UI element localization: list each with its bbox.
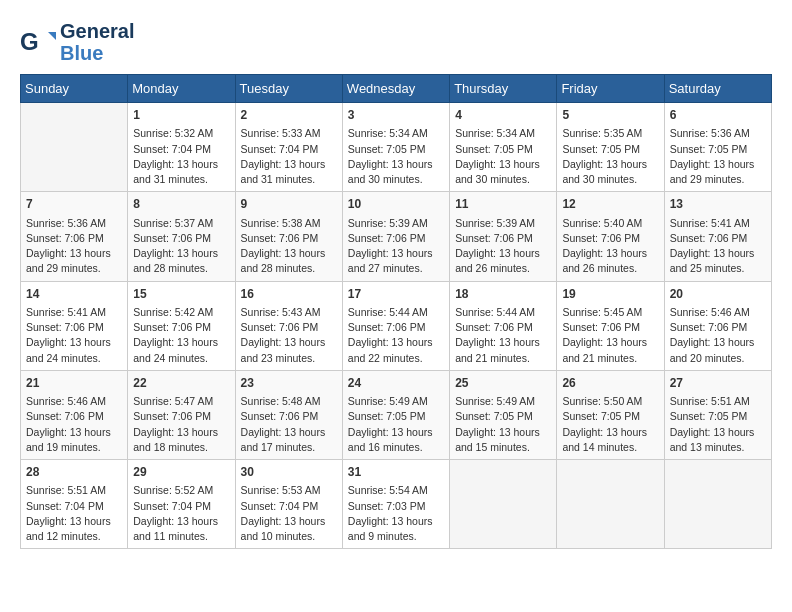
day-number: 28 (26, 464, 122, 481)
calendar-cell: 14Sunrise: 5:41 AM Sunset: 7:06 PM Dayli… (21, 281, 128, 370)
calendar-cell: 26Sunrise: 5:50 AM Sunset: 7:05 PM Dayli… (557, 370, 664, 459)
day-number: 14 (26, 286, 122, 303)
day-number: 17 (348, 286, 444, 303)
day-number: 21 (26, 375, 122, 392)
logo-line1: General (60, 20, 134, 42)
calendar-cell: 16Sunrise: 5:43 AM Sunset: 7:06 PM Dayli… (235, 281, 342, 370)
calendar-cell (21, 103, 128, 192)
calendar-cell: 25Sunrise: 5:49 AM Sunset: 7:05 PM Dayli… (450, 370, 557, 459)
day-content: Sunrise: 5:53 AM Sunset: 7:04 PM Dayligh… (241, 483, 337, 544)
calendar-cell: 10Sunrise: 5:39 AM Sunset: 7:06 PM Dayli… (342, 192, 449, 281)
day-content: Sunrise: 5:39 AM Sunset: 7:06 PM Dayligh… (348, 216, 444, 277)
day-content: Sunrise: 5:38 AM Sunset: 7:06 PM Dayligh… (241, 216, 337, 277)
calendar-cell: 1Sunrise: 5:32 AM Sunset: 7:04 PM Daylig… (128, 103, 235, 192)
day-content: Sunrise: 5:49 AM Sunset: 7:05 PM Dayligh… (455, 394, 551, 455)
header-cell-sunday: Sunday (21, 75, 128, 103)
week-row-5: 28Sunrise: 5:51 AM Sunset: 7:04 PM Dayli… (21, 460, 772, 549)
day-content: Sunrise: 5:51 AM Sunset: 7:04 PM Dayligh… (26, 483, 122, 544)
day-content: Sunrise: 5:34 AM Sunset: 7:05 PM Dayligh… (348, 126, 444, 187)
day-content: Sunrise: 5:37 AM Sunset: 7:06 PM Dayligh… (133, 216, 229, 277)
day-number: 20 (670, 286, 766, 303)
day-number: 11 (455, 196, 551, 213)
day-content: Sunrise: 5:36 AM Sunset: 7:06 PM Dayligh… (26, 216, 122, 277)
day-content: Sunrise: 5:41 AM Sunset: 7:06 PM Dayligh… (26, 305, 122, 366)
day-number: 7 (26, 196, 122, 213)
calendar-cell: 21Sunrise: 5:46 AM Sunset: 7:06 PM Dayli… (21, 370, 128, 459)
day-content: Sunrise: 5:36 AM Sunset: 7:05 PM Dayligh… (670, 126, 766, 187)
page-header: G General Blue (20, 20, 772, 64)
calendar-cell: 2Sunrise: 5:33 AM Sunset: 7:04 PM Daylig… (235, 103, 342, 192)
day-content: Sunrise: 5:41 AM Sunset: 7:06 PM Dayligh… (670, 216, 766, 277)
day-number: 26 (562, 375, 658, 392)
day-content: Sunrise: 5:47 AM Sunset: 7:06 PM Dayligh… (133, 394, 229, 455)
calendar-cell: 11Sunrise: 5:39 AM Sunset: 7:06 PM Dayli… (450, 192, 557, 281)
calendar-cell: 24Sunrise: 5:49 AM Sunset: 7:05 PM Dayli… (342, 370, 449, 459)
day-content: Sunrise: 5:40 AM Sunset: 7:06 PM Dayligh… (562, 216, 658, 277)
day-number: 8 (133, 196, 229, 213)
header-cell-wednesday: Wednesday (342, 75, 449, 103)
day-content: Sunrise: 5:46 AM Sunset: 7:06 PM Dayligh… (670, 305, 766, 366)
day-content: Sunrise: 5:54 AM Sunset: 7:03 PM Dayligh… (348, 483, 444, 544)
week-row-3: 14Sunrise: 5:41 AM Sunset: 7:06 PM Dayli… (21, 281, 772, 370)
day-number: 18 (455, 286, 551, 303)
calendar-cell: 18Sunrise: 5:44 AM Sunset: 7:06 PM Dayli… (450, 281, 557, 370)
day-number: 25 (455, 375, 551, 392)
day-content: Sunrise: 5:50 AM Sunset: 7:05 PM Dayligh… (562, 394, 658, 455)
calendar-cell: 27Sunrise: 5:51 AM Sunset: 7:05 PM Dayli… (664, 370, 771, 459)
day-content: Sunrise: 5:35 AM Sunset: 7:05 PM Dayligh… (562, 126, 658, 187)
header-cell-thursday: Thursday (450, 75, 557, 103)
header-row: SundayMondayTuesdayWednesdayThursdayFrid… (21, 75, 772, 103)
day-number: 19 (562, 286, 658, 303)
day-number: 10 (348, 196, 444, 213)
logo-icon: G (20, 24, 56, 60)
day-number: 4 (455, 107, 551, 124)
day-number: 23 (241, 375, 337, 392)
day-number: 29 (133, 464, 229, 481)
calendar-cell: 8Sunrise: 5:37 AM Sunset: 7:06 PM Daylig… (128, 192, 235, 281)
calendar-cell: 7Sunrise: 5:36 AM Sunset: 7:06 PM Daylig… (21, 192, 128, 281)
day-content: Sunrise: 5:39 AM Sunset: 7:06 PM Dayligh… (455, 216, 551, 277)
week-row-2: 7Sunrise: 5:36 AM Sunset: 7:06 PM Daylig… (21, 192, 772, 281)
day-number: 1 (133, 107, 229, 124)
day-content: Sunrise: 5:45 AM Sunset: 7:06 PM Dayligh… (562, 305, 658, 366)
day-content: Sunrise: 5:49 AM Sunset: 7:05 PM Dayligh… (348, 394, 444, 455)
day-content: Sunrise: 5:43 AM Sunset: 7:06 PM Dayligh… (241, 305, 337, 366)
day-content: Sunrise: 5:33 AM Sunset: 7:04 PM Dayligh… (241, 126, 337, 187)
calendar-cell: 30Sunrise: 5:53 AM Sunset: 7:04 PM Dayli… (235, 460, 342, 549)
logo: G General Blue (20, 20, 134, 64)
calendar-cell: 9Sunrise: 5:38 AM Sunset: 7:06 PM Daylig… (235, 192, 342, 281)
week-row-1: 1Sunrise: 5:32 AM Sunset: 7:04 PM Daylig… (21, 103, 772, 192)
day-number: 22 (133, 375, 229, 392)
calendar-cell: 5Sunrise: 5:35 AM Sunset: 7:05 PM Daylig… (557, 103, 664, 192)
calendar-cell (450, 460, 557, 549)
svg-marker-1 (48, 32, 56, 40)
calendar-cell (664, 460, 771, 549)
day-content: Sunrise: 5:42 AM Sunset: 7:06 PM Dayligh… (133, 305, 229, 366)
calendar-cell: 19Sunrise: 5:45 AM Sunset: 7:06 PM Dayli… (557, 281, 664, 370)
calendar-cell: 13Sunrise: 5:41 AM Sunset: 7:06 PM Dayli… (664, 192, 771, 281)
day-number: 24 (348, 375, 444, 392)
day-number: 12 (562, 196, 658, 213)
calendar-cell: 28Sunrise: 5:51 AM Sunset: 7:04 PM Dayli… (21, 460, 128, 549)
day-content: Sunrise: 5:46 AM Sunset: 7:06 PM Dayligh… (26, 394, 122, 455)
day-content: Sunrise: 5:51 AM Sunset: 7:05 PM Dayligh… (670, 394, 766, 455)
calendar-cell: 15Sunrise: 5:42 AM Sunset: 7:06 PM Dayli… (128, 281, 235, 370)
day-number: 9 (241, 196, 337, 213)
calendar-cell (557, 460, 664, 549)
calendar-cell: 23Sunrise: 5:48 AM Sunset: 7:06 PM Dayli… (235, 370, 342, 459)
logo-line2: Blue (60, 42, 134, 64)
day-number: 3 (348, 107, 444, 124)
calendar-cell: 20Sunrise: 5:46 AM Sunset: 7:06 PM Dayli… (664, 281, 771, 370)
header-cell-tuesday: Tuesday (235, 75, 342, 103)
day-number: 31 (348, 464, 444, 481)
day-number: 5 (562, 107, 658, 124)
header-cell-friday: Friday (557, 75, 664, 103)
calendar-cell: 6Sunrise: 5:36 AM Sunset: 7:05 PM Daylig… (664, 103, 771, 192)
day-content: Sunrise: 5:32 AM Sunset: 7:04 PM Dayligh… (133, 126, 229, 187)
day-content: Sunrise: 5:52 AM Sunset: 7:04 PM Dayligh… (133, 483, 229, 544)
calendar-table: SundayMondayTuesdayWednesdayThursdayFrid… (20, 74, 772, 549)
day-number: 27 (670, 375, 766, 392)
svg-text:G: G (20, 28, 39, 55)
day-number: 6 (670, 107, 766, 124)
day-number: 30 (241, 464, 337, 481)
